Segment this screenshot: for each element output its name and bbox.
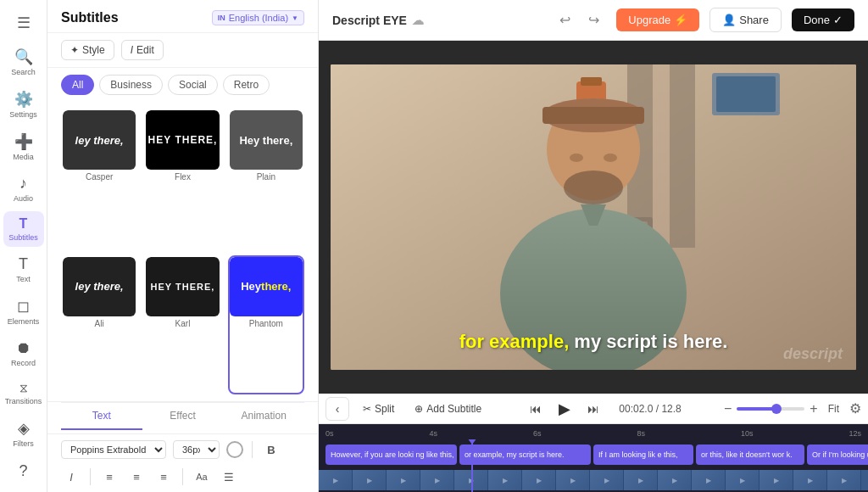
video-bg: for example, my script is here. descript [331, 64, 856, 370]
fit-button[interactable]: Fit [825, 403, 843, 415]
sidebar-item-search[interactable]: 🔍 Search [3, 42, 44, 81]
ruler-mark-4: 4s [429, 429, 437, 438]
menu-icon[interactable]: ☰ [10, 7, 37, 39]
sub-tab-text[interactable]: Text [61, 403, 142, 430]
sub-clip-3[interactable]: If I am looking lik e this, [593, 444, 693, 465]
sidebar-item-subtitles[interactable]: T Subtitles [3, 211, 44, 247]
zoom-in-button[interactable]: + [810, 401, 817, 417]
sub-clip-4[interactable]: or this, like it doesn't wor k. [696, 444, 804, 465]
media-icon: ➕ [14, 132, 33, 151]
filter-tab-all[interactable]: All [61, 75, 94, 95]
media-thumb-1: ▶ [319, 470, 353, 490]
filter-tab-social[interactable]: Social [168, 75, 218, 95]
top-bar: Descript EYE ☁ ↩ ↪ Upgrade ⚡ 👤 Share Don… [319, 0, 868, 41]
media-thumb-4: ▶ [420, 470, 454, 490]
share-button[interactable]: 👤 Share [709, 8, 782, 32]
back-button[interactable]: ‹ [326, 397, 349, 421]
style-card-ali[interactable]: ley there, Ali [61, 255, 137, 395]
room-svg [331, 64, 856, 370]
upgrade-button[interactable]: Upgrade ⚡ [616, 8, 699, 31]
done-label: Done [804, 14, 830, 26]
font-size-select[interactable]: 36px [173, 440, 220, 459]
style-card-phantom[interactable]: Hey there, Phantom [228, 255, 304, 395]
case-button[interactable]: Aa [192, 467, 212, 487]
sidebar-item-settings[interactable]: ⚙️ Settings [3, 85, 44, 124]
divider-1 [252, 441, 253, 458]
media-thumb-12: ▶ [692, 470, 726, 490]
language-selector[interactable]: IN English (India) ▼ [212, 10, 304, 25]
sidebar-item-record[interactable]: ⏺ Record [3, 334, 44, 372]
add-subtitle-button[interactable]: ⊕ Add Subtitle [408, 400, 488, 418]
style-grid: ley there, Casper HEY THERE, Flex Hey th… [47, 102, 318, 401]
sidebar-label-elements: Elements [8, 317, 40, 326]
align-center-button[interactable]: ≡ [126, 467, 147, 487]
filter-tab-business[interactable]: Business [99, 75, 163, 95]
filter-tab-retro[interactable]: Retro [223, 75, 270, 95]
sidebar-item-filters[interactable]: ◈ Filters [3, 414, 44, 453]
style-card-casper[interactable]: ley there, Casper [61, 109, 137, 249]
play-controls: ⏮ ▶ ⏭ [524, 395, 605, 422]
transitions-icon: ⧖ [19, 381, 28, 395]
upgrade-label: Upgrade [628, 14, 670, 26]
italic-button[interactable]: I [61, 467, 81, 487]
style-card-plain[interactable]: Hey there, Plain [228, 109, 304, 249]
subtitle-highlight-part: for example, [459, 331, 570, 352]
descript-watermark: descript [783, 345, 843, 363]
align-left-button[interactable]: ≡ [99, 467, 120, 487]
sidebar-item-transitions[interactable]: ⧖ Transitions [3, 376, 44, 411]
chevron-down-icon: ▼ [292, 14, 298, 22]
phantom-text-1: Hey [241, 280, 261, 293]
align-right-button[interactable]: ≡ [153, 467, 174, 487]
text-toolbar: Poppins Extrabold 36px B I ≡ ≡ ≡ Aa ☰ [47, 433, 318, 492]
sidebar-item-help[interactable]: ? [3, 457, 44, 485]
sidebar-label-transitions: Transitions [5, 397, 42, 405]
style-label-casper: Casper [63, 170, 136, 186]
edit-label: Edit [136, 44, 154, 56]
subtitle-normal-part: my script is here. [569, 331, 727, 352]
sub-clip-1[interactable]: However, if you are looki ng like this, [326, 444, 457, 465]
color-picker[interactable] [226, 441, 243, 458]
style-preview-casper: ley there, [63, 110, 136, 170]
subtitles-icon: T [19, 216, 28, 232]
sidebar: ☰ 🔍 Search ⚙️ Settings ➕ Media ♪ Audio T… [0, 0, 47, 492]
edit-button[interactable]: I Edit [121, 40, 164, 60]
undo-button[interactable]: ↩ [552, 8, 577, 33]
style-card-karl[interactable]: HEY THERE, Karl [144, 255, 220, 395]
svg-rect-2 [653, 64, 670, 248]
style-card-flex[interactable]: HEY THERE, Flex [144, 109, 220, 249]
split-button[interactable]: ✂ Split [356, 400, 401, 418]
play-button[interactable]: ▶ [551, 395, 578, 422]
redo-button[interactable]: ↪ [581, 8, 606, 33]
sub-tab-effect[interactable]: Effect [142, 403, 224, 430]
sidebar-label-subtitles: Subtitles [8, 233, 38, 242]
sub-clip-2[interactable]: or example, my script is here. [459, 444, 591, 465]
sidebar-label-settings: Settings [9, 110, 37, 119]
sidebar-item-text[interactable]: T Text [3, 250, 44, 288]
sub-clip-text-3: If I am looking lik e this, [598, 450, 678, 459]
sidebar-item-media[interactable]: ➕ Media [3, 127, 44, 166]
add-subtitle-label: Add Subtitle [426, 403, 481, 415]
style-preview-ali: ley there, [63, 257, 136, 316]
skip-back-button[interactable]: ⏮ [524, 397, 548, 421]
sidebar-item-elements[interactable]: ◻ Elements [3, 292, 44, 331]
font-family-select[interactable]: Poppins Extrabold [61, 440, 166, 459]
zoom-slider[interactable] [737, 407, 804, 411]
line-height-button[interactable]: ☰ [219, 467, 239, 487]
person-area [331, 64, 856, 370]
zoom-out-button[interactable]: − [724, 401, 732, 417]
help-icon: ? [19, 462, 27, 480]
split-label: Split [375, 403, 394, 415]
done-button[interactable]: Done ✓ [792, 8, 854, 31]
playhead[interactable] [471, 439, 473, 492]
main-content: Descript EYE ☁ ↩ ↪ Upgrade ⚡ 👤 Share Don… [319, 0, 868, 492]
sub-clip-5[interactable]: Or if I'm looking up or down, or I'm [807, 444, 868, 465]
skip-forward-button[interactable]: ⏭ [581, 397, 605, 421]
bold-button[interactable]: B [261, 439, 281, 460]
sidebar-label-audio: Audio [14, 194, 33, 203]
upgrade-icon: ⚡ [674, 14, 687, 26]
timeline-settings-button[interactable]: ⚙ [849, 400, 861, 417]
sub-tab-animation[interactable]: Animation [223, 403, 304, 430]
sidebar-item-audio[interactable]: ♪ Audio [3, 170, 44, 208]
style-button[interactable]: ✦ Style [61, 40, 114, 60]
ruler-mark-0: 0s [326, 429, 334, 438]
